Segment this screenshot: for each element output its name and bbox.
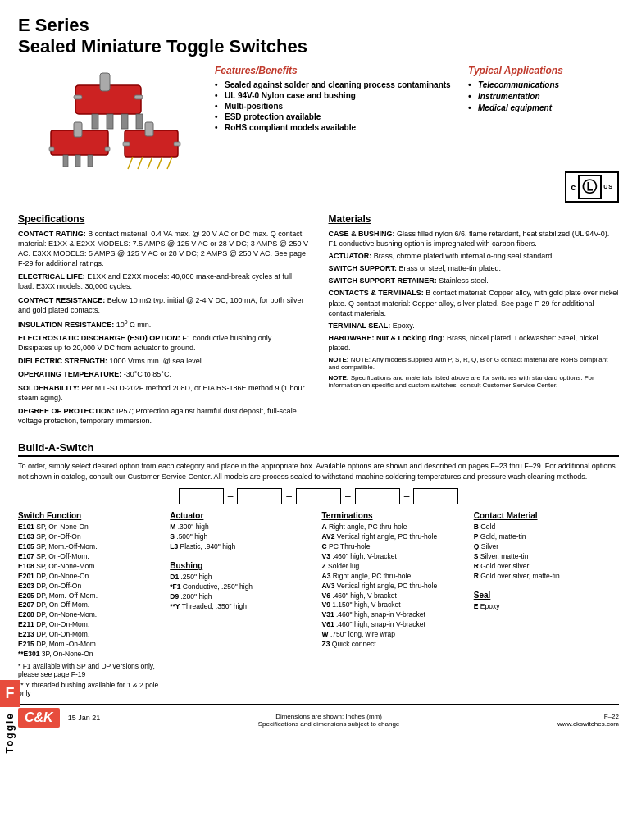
application-item-2: Instrumentation (468, 92, 619, 101)
bas-term-a3: A3 Right angle, PC thru-hole (322, 572, 467, 582)
svg-rect-16 (145, 122, 153, 136)
svg-rect-18 (174, 142, 180, 146)
bas-sf-e107: E107 SP, On-Off-Mom. (18, 552, 163, 562)
spec-contact-resistance: CONTACT RESISTANCE: Below 10 mΩ typ. ini… (18, 295, 309, 315)
feature-item-4: ESD protection available (215, 112, 455, 121)
svg-rect-10 (49, 147, 54, 151)
bas-cm-r2: R Gold over silver, matte-tin (474, 572, 619, 582)
spec-contact-rating: CONTACT RATING: B contact material: 0.4 … (18, 229, 309, 269)
material-case-label: CASE & BUSHING: (329, 230, 398, 238)
bas-box-1 (179, 488, 224, 504)
product-image-svg (26, 65, 190, 171)
svg-rect-3 (107, 114, 113, 129)
bas-term-v6: V6 .460" high, V-bracket (322, 591, 467, 601)
material-actuator: ACTUATOR: Brass, chrome plated with inte… (329, 251, 620, 261)
svg-rect-9 (74, 122, 82, 137)
feature-item-1: Sealed against solder and cleaning proce… (215, 80, 455, 89)
build-a-switch-section: Build-A-Switch To order, simply select d… (18, 441, 619, 697)
bas-footnote-2: ** Y threaded bushing available for 1 & … (18, 681, 163, 697)
footer-dimensions-note: Dimensions are shown: Inches (mm) (258, 713, 400, 720)
material-contacts: CONTACTS & TERMINALS: B contact material… (329, 288, 620, 317)
bas-switch-function-heading: Switch Function (18, 511, 163, 520)
bas-bush-d9: D9 .280" high (170, 592, 315, 602)
svg-line-20 (138, 157, 143, 169)
ul-us: US (603, 184, 613, 189)
ul-logo-area: c Ⓛ US (18, 171, 619, 203)
note-standard-text: Specifications and materials listed abov… (329, 374, 594, 389)
svg-rect-7 (134, 95, 143, 99)
spec-contact-rating-label: CONTACT RATING: (18, 230, 88, 238)
bas-contact-material-heading: Contact Material (474, 511, 619, 520)
bas-terminations-heading: Terminations (322, 511, 467, 520)
spec-insulation: INSULATION RESISTANCE: 109 Ω min. (18, 318, 309, 330)
svg-rect-5 (136, 114, 143, 129)
svg-rect-11 (105, 147, 110, 151)
bas-bush-f1: *F1 Conductive, .250" high (170, 582, 315, 592)
spec-electrical-life-label: ELECTRICAL LIFE: (18, 272, 87, 281)
top-content: Features/Benefits Sealed against solder … (18, 65, 619, 171)
application-item-3: Medical equipment (468, 103, 619, 112)
footer: C&K 15 Jan 21 Dimensions are shown: Inch… (18, 704, 619, 728)
spec-solderability-label: SOLDERABILITY: (18, 384, 81, 392)
features-section: Features/Benefits Sealed against solder … (198, 65, 455, 137)
bas-act-m: M .300" high (170, 523, 315, 532)
bas-sf-e105: E105 SP, Mom.-Off-Mom. (18, 542, 163, 552)
bas-seal-heading: Seal (474, 591, 619, 600)
note-rohs: NOTE: NOTE: Any models supplied with P, … (329, 356, 620, 371)
title-line1: E Series (18, 15, 619, 36)
bas-sf-e201: E201 DP, On-None-On (18, 572, 163, 582)
f-label: F (0, 680, 20, 707)
material-switch-support-retainer: SWITCH SUPPORT RETAINER: Stainless steel… (329, 276, 620, 285)
features-title: Features/Benefits (215, 65, 455, 76)
specs-divider (18, 208, 619, 208)
bas-heading: Build-A-Switch (18, 441, 619, 457)
bas-cm-s: S Silver, matte-tin (474, 552, 619, 562)
spec-protection: DEGREE OF PROTECTION: IP57; Protection a… (18, 406, 309, 426)
bas-options-grid: Switch Function E101 SP, On-None-On E103… (18, 511, 619, 696)
bas-term-w: W .750" long, wire wrap (322, 630, 467, 640)
bas-act-l3: L3 Plastic, .940" high (170, 542, 315, 552)
bas-intro: To order, simply select desired option f… (18, 461, 619, 482)
bas-term-a: A Right angle, PC thru-hole (322, 523, 467, 532)
ck-logo: C&K (18, 708, 60, 728)
svg-rect-13 (75, 155, 80, 167)
bas-col-contact-seal: Contact Material B Gold P Gold, matte-ti… (474, 511, 619, 696)
bas-term-v3: V3 .460" high, V-bracket (322, 552, 467, 562)
bas-bush-d1: D1 .250" high (170, 573, 315, 582)
bas-box-5 (413, 488, 458, 504)
spec-electrical-life: ELECTRICAL LIFE: E1XX and E2XX models: 4… (18, 272, 309, 291)
bas-box-3 (296, 488, 341, 504)
toggle-label: Toggle (1, 707, 19, 758)
spec-solderability: SOLDERABILITY: Per MIL-STD-202F method 2… (18, 383, 309, 403)
feature-item-5: RoHS compliant models available (215, 123, 455, 132)
material-contacts-label: CONTACTS & TERMINALS: (329, 289, 426, 297)
footer-right: F–22 www.ckswitches.com (557, 713, 619, 728)
spec-dielectric: DIELECTRIC STRENGTH: 1000 Vrms min. @ se… (18, 356, 309, 366)
specs-materials-section: Specifications CONTACT RATING: B contact… (18, 213, 619, 429)
bas-col-switch-function: Switch Function E101 SP, On-None-On E103… (18, 511, 163, 696)
spec-protection-label: DEGREE OF PROTECTION: (18, 407, 116, 415)
material-switch-support-text: Brass or steel, matte-tin plated. (399, 264, 502, 272)
bas-bushing-heading: Bushing (170, 561, 315, 570)
footer-website-text: www.ckswitches.com (557, 720, 619, 728)
side-labels: F Toggle (0, 680, 20, 758)
material-actuator-text: Brass, chrome plated with internal o-rin… (374, 252, 554, 260)
svg-rect-17 (123, 142, 130, 146)
svg-line-22 (157, 157, 162, 169)
application-item-1: Telecommunications (468, 80, 619, 89)
bas-term-av3: AV3 Vertical right angle, PC thru-hole (322, 582, 467, 591)
bas-sf-e103: E103 SP, On-Off-On (18, 532, 163, 542)
bas-sf-e208: E208 DP, On-None-Mom. (18, 610, 163, 620)
spec-dielectric-label: DIELECTRIC STRENGTH: (18, 357, 110, 365)
bas-col-actuator-bushing: Actuator M .300" high S .500" high L3 Pl… (170, 511, 315, 696)
applications-title: Typical Applications (468, 65, 619, 76)
bas-sf-e101: E101 SP, On-None-On (18, 523, 163, 532)
applications-list: Telecommunications Instrumentation Medic… (468, 80, 619, 112)
bas-box-4 (355, 488, 400, 504)
bas-sf-e203: E203 DP, On-Off-On (18, 582, 163, 591)
features-list: Sealed against solder and cleaning proce… (215, 80, 455, 132)
bas-sf-e205: E205 DP, Mom.-Off-Mom. (18, 591, 163, 601)
bas-sf-e108: E108 SP, On-None-Mom. (18, 562, 163, 572)
bas-term-v9: V9 1.150" high, V-bracket (322, 600, 467, 610)
bas-actuator-heading: Actuator (170, 511, 315, 520)
